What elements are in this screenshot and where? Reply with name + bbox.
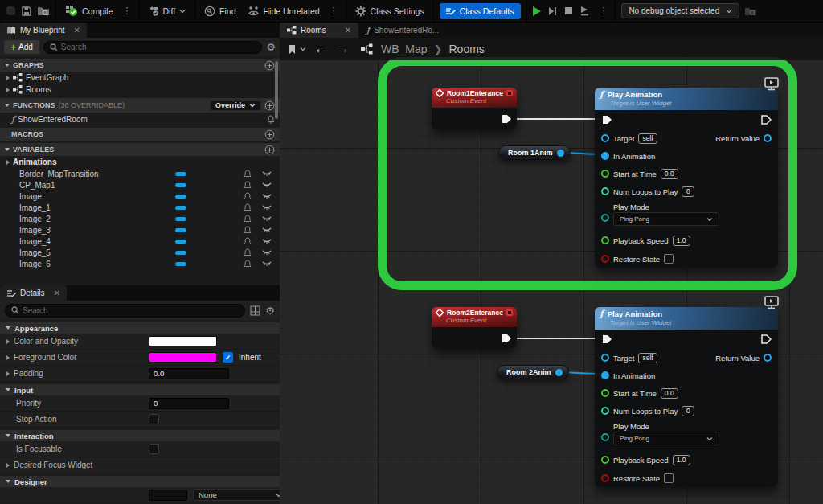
compile-options-kebab[interactable]: ⋮ (121, 6, 133, 16)
nav-forward-button[interactable]: → (336, 43, 350, 55)
variable-out-pin[interactable] (555, 369, 563, 376)
color-swatch-magenta[interactable] (149, 352, 217, 363)
start-at-time-value[interactable]: 0.0 (661, 169, 678, 179)
node-room2enterance[interactable]: Room2Enterance Custom Event (432, 307, 517, 349)
save-icon[interactable] (21, 6, 32, 17)
closed-eye-icon[interactable] (262, 260, 272, 267)
variable-row[interactable]: Image_6 (0, 258, 280, 269)
close-icon[interactable]: ✕ (345, 26, 351, 35)
bookmarks-dropdown[interactable] (288, 44, 306, 55)
num-loops-pin[interactable] (601, 187, 609, 195)
play-mode-pin[interactable] (601, 433, 609, 441)
variable-out-pin[interactable] (557, 150, 564, 157)
close-icon[interactable]: ✕ (54, 289, 60, 297)
variable-row[interactable]: Border_MapTransition (0, 168, 280, 179)
class-defaults-button[interactable]: Class Defaults (440, 3, 522, 19)
variable-row[interactable]: Image_5 (0, 247, 280, 258)
variable-row[interactable]: CP_Map1 (0, 179, 280, 191)
variable-row[interactable]: Image_1 (0, 202, 280, 213)
diff-button[interactable]: Diff (145, 3, 190, 18)
expand-caret[interactable] (6, 371, 10, 376)
blueprint-search-input[interactable] (61, 43, 256, 51)
add-function-icon[interactable] (264, 100, 275, 111)
tab-showenteredroom[interactable]: ƒ ShowEnteredRo... (358, 23, 447, 38)
bell-icon[interactable] (244, 226, 252, 235)
closed-eye-icon[interactable] (262, 170, 272, 177)
expand-caret[interactable] (6, 76, 10, 80)
bell-icon[interactable] (244, 170, 252, 178)
closed-eye-icon[interactable] (262, 227, 272, 233)
variable-category-animations[interactable]: Animations (0, 156, 280, 168)
appearance-header[interactable]: Appearance (0, 322, 280, 334)
expand-caret[interactable] (6, 88, 10, 92)
closed-eye-icon[interactable] (262, 249, 272, 256)
none-dropdown[interactable]: None (193, 489, 280, 501)
playback-speed-value[interactable]: 1.0 (673, 455, 690, 465)
target-value[interactable]: self (638, 353, 657, 363)
hide-unrelated-button[interactable]: Hide Unrelated (244, 3, 323, 18)
variable-row[interactable]: Image_2 (0, 213, 280, 224)
node-play-animation-1[interactable]: ƒPlay Animation Target is User Widget Ta… (595, 88, 778, 268)
add-button[interactable]: + Add (4, 40, 39, 54)
nav-back-button[interactable]: ← (314, 43, 328, 55)
return-value-pin[interactable] (764, 354, 772, 362)
designer-field[interactable] (149, 490, 187, 501)
bell-icon[interactable] (244, 215, 252, 223)
tab-details[interactable]: Details ✕ (0, 285, 67, 301)
debug-browse-icon[interactable] (744, 6, 757, 17)
play-mode-dropdown[interactable]: Ping Pong (613, 212, 719, 226)
restore-state-checkbox[interactable] (664, 254, 674, 264)
compile-button[interactable]: Compile (62, 2, 117, 19)
exec-in-pin[interactable] (601, 334, 612, 345)
closed-eye-icon[interactable] (262, 238, 272, 244)
stop-action-checkbox[interactable] (149, 414, 159, 424)
exec-out-pin[interactable] (760, 334, 772, 345)
variable-row[interactable]: Image_4 (0, 236, 280, 247)
stop-button[interactable] (565, 7, 572, 14)
in-animation-pin[interactable] (601, 152, 609, 160)
play-button[interactable] (533, 6, 541, 16)
node-room1anim-variable[interactable]: Room 1Anim (498, 145, 571, 160)
expand-caret[interactable] (6, 160, 10, 165)
interaction-header[interactable]: Interaction (0, 430, 280, 441)
bell-icon[interactable] (244, 237, 252, 246)
browse-asset-icon[interactable] (37, 6, 50, 17)
bell-icon[interactable] (244, 203, 252, 212)
exec-out-pin[interactable] (760, 114, 772, 125)
padding-input[interactable]: 0.0 (149, 368, 229, 379)
add-macro-icon[interactable] (264, 129, 275, 140)
restore-state-pin[interactable] (601, 255, 609, 263)
exec-out-pin[interactable] (501, 333, 512, 344)
is-focusable-checkbox[interactable] (149, 444, 159, 454)
panel-settings-gear-icon[interactable]: ⚙ (266, 41, 276, 53)
play-mode-pin[interactable] (601, 214, 609, 222)
variables-section-header[interactable]: VARIABLES (0, 143, 280, 156)
skip-button[interactable] (548, 6, 558, 16)
exec-out-pin[interactable] (501, 113, 512, 125)
playback-speed-pin[interactable] (601, 236, 609, 244)
class-settings-button[interactable]: Class Settings (352, 3, 428, 19)
target-pin[interactable] (601, 134, 609, 142)
in-animation-pin[interactable] (601, 371, 609, 379)
variable-row[interactable]: Image (0, 191, 280, 202)
graph-item-rooms[interactable]: Rooms (0, 84, 280, 96)
node-room2anim-variable[interactable]: Room 2Anim (497, 365, 569, 379)
target-pin[interactable] (601, 354, 609, 362)
variable-row[interactable]: Image_3 (0, 224, 280, 236)
override-dropdown[interactable]: Override (210, 100, 261, 111)
bell-icon[interactable] (267, 115, 275, 124)
details-settings-gear-icon[interactable]: ⚙ (265, 305, 275, 317)
exec-in-pin[interactable] (601, 114, 612, 125)
expand-caret[interactable] (6, 463, 10, 468)
function-item-showenteredroom[interactable]: ƒ ShowEnteredRoom (0, 113, 280, 125)
closed-eye-icon[interactable] (262, 215, 272, 222)
close-icon[interactable]: ✕ (74, 26, 80, 35)
playback-speed-pin[interactable] (601, 456, 609, 464)
num-loops-value[interactable]: 0 (682, 406, 694, 416)
node-play-animation-2[interactable]: ƒPlay Animation Target is User Widget Ta… (595, 307, 778, 487)
inherit-checkbox[interactable]: ✓ (223, 352, 233, 363)
input-header[interactable]: Input (0, 384, 280, 395)
return-value-pin[interactable] (764, 134, 772, 142)
closed-eye-icon[interactable] (262, 204, 272, 211)
restore-state-pin[interactable] (601, 474, 609, 482)
